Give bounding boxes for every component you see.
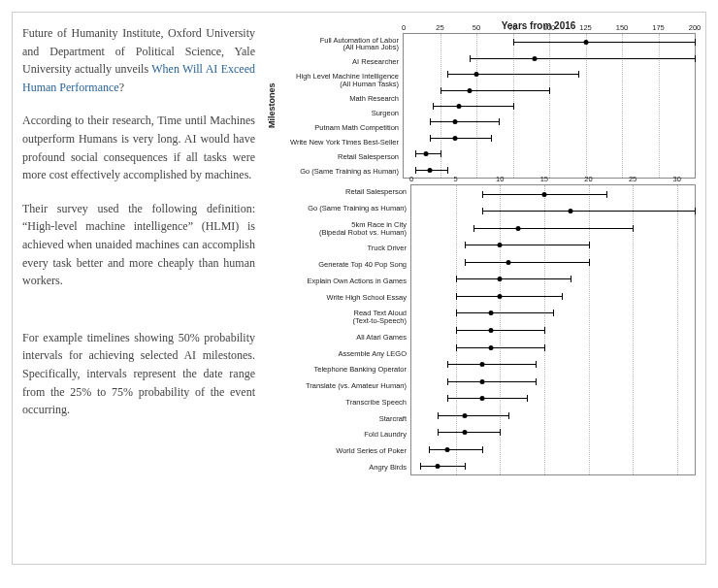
interval-row bbox=[411, 228, 695, 229]
interval-row bbox=[404, 138, 695, 139]
category-label: Retail Salesperson bbox=[277, 188, 407, 196]
median-dot bbox=[498, 294, 503, 299]
median-dot bbox=[489, 345, 494, 350]
category-label: 5km Race in City (Bipedal Robot vs. Huma… bbox=[277, 221, 407, 237]
category-label: Full Automation of Labor (All Human Jobs… bbox=[278, 37, 399, 52]
x-tick: 25 bbox=[629, 175, 636, 183]
category-label: Explain Own Actions in Games bbox=[277, 278, 407, 285]
interval-row bbox=[404, 90, 695, 91]
interval-row bbox=[411, 262, 695, 263]
median-dot bbox=[533, 56, 538, 61]
category-label: Generate Top 40 Pop Song bbox=[277, 261, 407, 269]
interval-row bbox=[411, 449, 695, 450]
category-label: Angry Birds bbox=[277, 464, 407, 472]
interval-row bbox=[404, 153, 695, 154]
category-labels-bottom: Retail SalespersonGo (Same Training as H… bbox=[277, 184, 410, 475]
chart-bottom: Retail SalespersonGo (Same Training as H… bbox=[265, 184, 696, 475]
category-label: Write High School Essay bbox=[277, 294, 407, 302]
x-tick: 200 bbox=[689, 23, 702, 32]
median-dot bbox=[462, 430, 467, 435]
median-dot bbox=[480, 379, 485, 384]
x-tick: 0 bbox=[409, 175, 413, 183]
chart-top: Milestones Full Automation of Labor (All… bbox=[265, 33, 696, 179]
median-dot bbox=[498, 243, 503, 247]
median-dot bbox=[452, 136, 457, 141]
x-tick: 15 bbox=[540, 175, 548, 183]
median-dot bbox=[462, 413, 467, 418]
median-dot bbox=[428, 168, 433, 173]
x-tick: 25 bbox=[436, 23, 443, 32]
paragraph-3: Their survey used the following definiti… bbox=[22, 200, 255, 290]
category-label: High Level Machine Intelligence (All Hum… bbox=[278, 73, 399, 88]
category-label: Fold Laundry bbox=[277, 431, 407, 439]
median-dot bbox=[489, 328, 494, 333]
category-label: Assemble Any LEGO bbox=[277, 350, 407, 358]
median-dot bbox=[423, 151, 428, 156]
category-label: World Series of Poker bbox=[277, 447, 407, 455]
median-dot bbox=[480, 396, 485, 401]
interval-row bbox=[411, 245, 695, 245]
paragraph-2: According to their research, Time until … bbox=[22, 112, 255, 183]
interval-row bbox=[404, 170, 695, 171]
median-dot bbox=[569, 209, 573, 213]
median-dot bbox=[480, 362, 485, 367]
category-label: Starcraft bbox=[277, 415, 407, 423]
median-dot bbox=[474, 72, 479, 77]
x-tick: 175 bbox=[652, 23, 665, 32]
median-dot bbox=[452, 119, 457, 124]
plot-area-top: 0255075100125150175200 bbox=[403, 33, 696, 179]
category-label: Go (Same Training as Human) bbox=[277, 205, 407, 212]
interval-row bbox=[411, 194, 695, 195]
interval-row bbox=[411, 211, 695, 212]
interval-row bbox=[411, 364, 695, 365]
interval-row bbox=[411, 432, 695, 433]
ylabel-milestones: Milestones bbox=[265, 33, 278, 179]
interval-row bbox=[404, 121, 695, 122]
interval-row bbox=[404, 74, 695, 75]
x-tick: 20 bbox=[584, 175, 592, 183]
x-tick: 100 bbox=[543, 23, 556, 32]
interval-row bbox=[411, 381, 695, 382]
category-label: Go (Same Training as Human) bbox=[278, 168, 399, 176]
interval-row bbox=[411, 347, 695, 348]
plot-area-bottom: 051015202530 bbox=[410, 184, 696, 475]
interval-row bbox=[404, 58, 695, 59]
chart-title: Years from 2016 bbox=[381, 20, 696, 31]
category-label: Putnam Math Competition bbox=[278, 124, 399, 132]
category-label: Surgeon bbox=[278, 110, 399, 117]
category-label: Read Text Aloud (Text-to-Speech) bbox=[277, 310, 407, 325]
p1-post: ? bbox=[119, 81, 124, 94]
category-label: Translate (vs. Amateur Human) bbox=[277, 382, 407, 390]
x-tick: 10 bbox=[496, 175, 504, 183]
interval-row bbox=[404, 106, 695, 107]
median-dot bbox=[457, 104, 462, 109]
chart-column: Years from 2016 Milestones Full Automati… bbox=[265, 20, 696, 556]
category-label: All Atari Games bbox=[277, 334, 407, 342]
x-tick: 125 bbox=[579, 23, 592, 32]
x-tick: 75 bbox=[508, 23, 516, 32]
median-dot bbox=[515, 226, 520, 231]
interval-row bbox=[411, 278, 695, 279]
category-label: Write New York Times Best-Seller bbox=[278, 139, 399, 147]
x-tick: 50 bbox=[473, 23, 480, 32]
paragraph-1: Future of Humanity Institute, Oxford Uni… bbox=[22, 24, 255, 96]
page-container: Future of Humanity Institute, Oxford Uni… bbox=[12, 12, 706, 565]
category-label: Telephone Banking Operator bbox=[277, 366, 407, 374]
interval-row bbox=[411, 296, 695, 297]
median-dot bbox=[436, 464, 441, 469]
interval-row bbox=[411, 312, 695, 313]
category-label: Math Research bbox=[278, 95, 399, 103]
x-tick: 0 bbox=[402, 23, 406, 32]
interval-row bbox=[411, 398, 695, 399]
x-tick: 150 bbox=[616, 23, 629, 32]
median-dot bbox=[541, 192, 546, 197]
median-dot bbox=[444, 447, 449, 452]
x-tick: 30 bbox=[673, 175, 681, 183]
median-dot bbox=[498, 277, 503, 281]
interval-row bbox=[404, 42, 695, 43]
x-tick: 5 bbox=[454, 175, 458, 183]
interval-row bbox=[411, 330, 695, 331]
category-label: Truck Driver bbox=[277, 245, 407, 252]
category-labels-top: Full Automation of Labor (All Human Jobs… bbox=[278, 33, 403, 179]
interval-row bbox=[411, 415, 695, 416]
